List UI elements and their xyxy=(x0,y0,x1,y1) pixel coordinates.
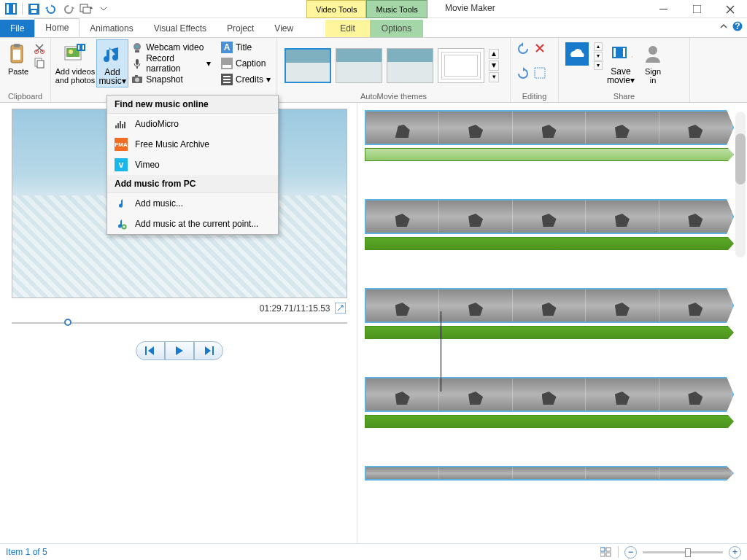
chevron-down-icon: ▾ xyxy=(206,58,211,69)
prev-frame-button[interactable] xyxy=(136,341,165,360)
video-clip[interactable] xyxy=(365,199,734,234)
audio-clip[interactable] xyxy=(365,237,734,250)
onedrive-button[interactable] xyxy=(562,39,592,69)
play-button[interactable] xyxy=(165,341,194,360)
save-movie-button[interactable]: Save movie▾ xyxy=(604,39,638,86)
group-editing: Editing xyxy=(511,38,559,102)
undo-icon[interactable] xyxy=(43,1,59,17)
tab-file[interactable]: File xyxy=(0,20,34,37)
scroll-thumb[interactable] xyxy=(735,133,746,184)
audio-clip[interactable] xyxy=(365,148,734,161)
rotate-right-icon[interactable] xyxy=(516,67,531,80)
add-videos-photos-button[interactable]: Add videos and photos xyxy=(54,39,96,86)
credits-button[interactable]: Credits ▾ xyxy=(218,71,274,88)
dd-audiomicro[interactable]: AudioMicro xyxy=(107,114,278,134)
dd-free-music-archive[interactable]: FMAFree Music Archive xyxy=(107,134,278,155)
tab-view[interactable]: View xyxy=(264,20,303,37)
theme-thumb-2[interactable] xyxy=(336,48,382,83)
timeline[interactable] xyxy=(357,103,747,543)
tab-edit[interactable]: Edit xyxy=(325,20,370,37)
paste-button[interactable]: Paste xyxy=(3,39,34,77)
caption-button[interactable]: Caption xyxy=(218,55,274,71)
svg-rect-9 xyxy=(693,5,701,13)
video-clip[interactable] xyxy=(365,110,734,145)
zoom-in-button[interactable]: + xyxy=(729,546,741,559)
dd-add-music[interactable]: Add music... xyxy=(107,193,278,214)
record-narration-button[interactable]: Record narration ▾ xyxy=(128,55,214,71)
svg-rect-36 xyxy=(222,65,231,68)
svg-rect-14 xyxy=(13,50,20,60)
clip-row[interactable] xyxy=(365,199,734,250)
snapshot-button[interactable]: Snapshot xyxy=(128,71,214,88)
svg-point-21 xyxy=(69,50,73,54)
theme-more-icon[interactable]: ▾ xyxy=(489,72,499,82)
theme-thumb-3[interactable] xyxy=(387,48,433,83)
fma-icon: FMA xyxy=(115,138,128,151)
seek-bar[interactable] xyxy=(12,318,347,328)
svg-rect-54 xyxy=(124,122,125,128)
minimize-icon[interactable] xyxy=(646,0,680,18)
dd-vimeo[interactable]: vVimeo xyxy=(107,155,278,175)
clip-row[interactable] xyxy=(365,110,734,161)
svg-rect-28 xyxy=(136,59,139,65)
help-icon[interactable]: ? xyxy=(732,21,743,31)
ribbon: Paste Clipboard Add videos and photos Ad… xyxy=(0,38,747,103)
tab-visual-effects[interactable]: Visual Effects xyxy=(144,20,217,37)
contextual-tab-headers: Video Tools Music Tools xyxy=(306,0,427,18)
audio-clip[interactable] xyxy=(365,415,734,428)
add-music-button[interactable]: Add music▾ xyxy=(96,39,128,88)
rotate-left-icon[interactable] xyxy=(516,42,531,55)
quick-access-toolbar xyxy=(0,0,115,18)
zoom-thumb[interactable] xyxy=(685,548,691,557)
tab-project[interactable]: Project xyxy=(217,20,264,37)
zoom-slider[interactable] xyxy=(643,551,723,553)
share-up-icon[interactable]: ▴ xyxy=(594,42,603,51)
video-clip[interactable] xyxy=(365,377,734,412)
svg-text:A: A xyxy=(224,42,231,52)
qat-dropdown-icon[interactable] xyxy=(96,1,112,17)
theme-thumb-1[interactable] xyxy=(285,48,331,83)
playhead[interactable] xyxy=(441,311,441,392)
video-clip[interactable] xyxy=(365,288,734,323)
audio-clip[interactable] xyxy=(365,326,734,339)
svg-rect-51 xyxy=(117,123,119,128)
view-thumbnails-icon[interactable] xyxy=(600,547,612,557)
cut-icon[interactable] xyxy=(34,42,45,57)
timecode: 01:29.71/11:15.53 xyxy=(260,303,330,314)
fullscreen-icon[interactable] xyxy=(335,303,346,314)
tab-home[interactable]: Home xyxy=(34,18,80,37)
title-button[interactable]: ATitle xyxy=(218,39,274,55)
clip-row[interactable] xyxy=(365,466,734,481)
zoom-out-button[interactable]: − xyxy=(624,546,637,559)
ribbon-collapse-icon[interactable] xyxy=(719,22,728,31)
maximize-icon[interactable] xyxy=(680,0,713,18)
select-all-icon[interactable] xyxy=(534,67,549,80)
save-icon[interactable] xyxy=(26,1,42,17)
clip-row[interactable] xyxy=(365,377,734,428)
share-down-icon[interactable]: ▾ xyxy=(594,52,603,61)
copy-icon[interactable] xyxy=(34,57,45,71)
theme-up-icon[interactable]: ▴ xyxy=(489,49,499,59)
tab-options[interactable]: Options xyxy=(370,20,423,37)
svg-rect-24 xyxy=(82,45,84,50)
dd-add-music-current[interactable]: Add music at the current point... xyxy=(107,214,278,234)
delete-icon[interactable] xyxy=(534,42,549,55)
redo-icon[interactable] xyxy=(61,1,77,17)
svg-rect-7 xyxy=(83,7,90,13)
theme-down-icon[interactable]: ▾ xyxy=(489,61,499,71)
theme-thumb-4[interactable] xyxy=(438,48,484,83)
svg-rect-18 xyxy=(37,61,44,68)
vertical-scrollbar[interactable] xyxy=(735,112,746,257)
close-icon[interactable] xyxy=(713,0,747,18)
svg-rect-4 xyxy=(31,5,37,9)
video-clip[interactable] xyxy=(365,466,734,481)
seek-thumb[interactable] xyxy=(64,319,71,326)
app-icon[interactable] xyxy=(3,1,19,17)
tab-animations[interactable]: Animations xyxy=(80,20,143,37)
qat-more-icon[interactable] xyxy=(78,1,94,17)
share-more-icon[interactable]: ▾ xyxy=(594,61,603,70)
sign-in-button[interactable]: Sign in xyxy=(638,39,668,86)
clip-row[interactable] xyxy=(365,288,734,339)
next-frame-button[interactable] xyxy=(194,341,223,360)
group-add: Add videos and photos Add music▾ Webcam … xyxy=(51,38,277,102)
